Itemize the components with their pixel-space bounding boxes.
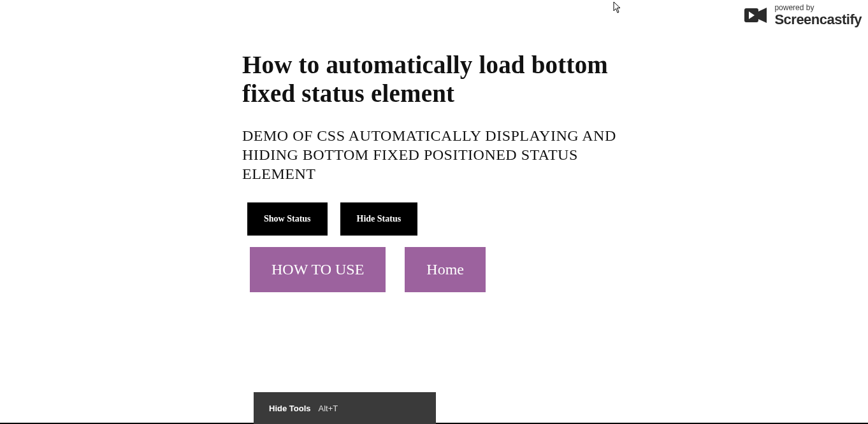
hide-tools-label: Hide Tools [269, 404, 310, 413]
button-row-secondary: HOW TO USE Home [247, 247, 625, 292]
main-content: How to automatically load bottom fixed s… [242, 51, 625, 292]
home-button[interactable]: Home [405, 247, 486, 292]
watermark-brand-label: Screencastify [774, 13, 862, 27]
hide-tools-shortcut: Alt+T [318, 404, 338, 413]
screencastify-watermark: powered by Screencastify [744, 4, 862, 27]
watermark-powered-label: powered by [774, 4, 862, 11]
button-row-primary: Show Status Hide Status [247, 202, 625, 236]
show-status-button[interactable]: Show Status [247, 202, 328, 236]
page-subtitle: DEMO OF CSS AUTOMATICALLY DISPLAYING AND… [242, 126, 625, 183]
how-to-use-button[interactable]: HOW TO USE [250, 247, 386, 292]
hide-status-button[interactable]: Hide Status [340, 202, 418, 236]
svg-marker-1 [758, 8, 767, 23]
tools-bar[interactable]: Hide Tools Alt+T [254, 392, 436, 424]
cursor-icon [613, 1, 622, 14]
page-title: How to automatically load bottom fixed s… [242, 51, 625, 108]
screencastify-logo-icon [744, 4, 769, 27]
